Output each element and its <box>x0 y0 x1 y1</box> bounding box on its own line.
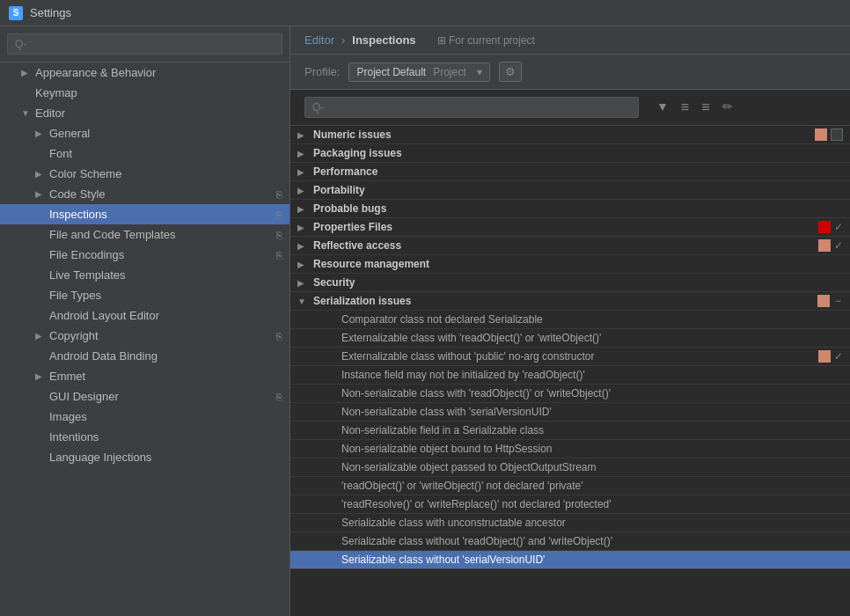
breadcrumb-project-label[interactable]: ⊞ For current project <box>437 34 535 47</box>
category-row-resource-management[interactable]: ▶Resource management <box>290 255 850 274</box>
sidebar-item-file-code-templates[interactable]: File and Code Templates⎘ <box>0 224 289 245</box>
arrow-icon-copyright: ▶ <box>35 331 49 341</box>
child-row-serializable-without-uid[interactable]: Serializable class without 'serialVersio… <box>290 551 850 569</box>
category-arrow-resource-management: ▶ <box>297 260 313 269</box>
sidebar-item-color-scheme[interactable]: ▶Color Scheme <box>0 164 289 184</box>
category-label-packaging-issues: Packaging issues <box>313 147 836 159</box>
window-title: Settings <box>30 6 71 19</box>
sidebar-label-font: Font <box>49 147 282 160</box>
category-label-performance: Performance <box>313 165 836 178</box>
category-row-packaging-issues[interactable]: ▶Packaging issues <box>290 144 850 163</box>
sidebar-label-file-types: File Types <box>49 289 282 302</box>
sidebar-item-appearance[interactable]: ▶Appearance & Behavior <box>0 62 289 83</box>
minus-badge: − <box>833 295 843 307</box>
sidebar-label-language-injections: Language Injections <box>49 451 282 464</box>
profile-label: Profile: <box>304 65 340 78</box>
child-label-non-serializable-uid: Non-serializable class with 'serialVersi… <box>341 406 836 418</box>
category-arrow-packaging-issues: ▶ <box>297 149 313 158</box>
child-label-non-serializable-readobj: Non-serializable class with 'readObject(… <box>341 387 836 400</box>
category-label-resource-management: Resource management <box>313 258 836 270</box>
sidebar-item-live-templates[interactable]: Live Templates <box>0 265 289 285</box>
sidebar-label-live-templates: Live Templates <box>49 268 282 282</box>
sidebar-item-keymap[interactable]: Keymap <box>0 83 289 103</box>
toolbar-icons: ▼ ≡ ≡ ✏ <box>653 98 736 117</box>
sidebar-label-gui-designer: GUI Designer <box>49 390 276 403</box>
sidebar-item-editor[interactable]: ▼Editor <box>0 103 289 123</box>
sidebar-item-code-style[interactable]: ▶Code Style⎘ <box>0 184 289 204</box>
child-row-serializable-without-readwrite[interactable]: Serializable class without 'readObject()… <box>290 532 850 551</box>
child-row-non-serializable-readobj[interactable]: Non-serializable class with 'readObject(… <box>290 385 850 403</box>
sidebar-item-android-layout[interactable]: Android Layout Editor <box>0 305 289 326</box>
category-row-serialization-issues[interactable]: ▼Serialization issues− <box>290 292 850 311</box>
collapse-all-icon[interactable]: ≡ <box>698 98 713 117</box>
category-row-numeric-issues[interactable]: ▶Numeric issues <box>290 126 850 144</box>
check-badge: ✓ <box>834 221 843 233</box>
sidebar-item-android-data[interactable]: Android Data Binding <box>0 346 289 366</box>
sidebar-item-inspections[interactable]: Inspections⎘ <box>0 204 289 224</box>
category-arrow-properties-files: ▶ <box>297 223 313 232</box>
sidebar-item-intentions[interactable]: Intentions <box>0 427 289 447</box>
sidebar-search-input[interactable] <box>7 33 282 55</box>
inspections-toolbar: ▼ ≡ ≡ ✏ <box>290 90 850 126</box>
sidebar-label-file-code-templates: File and Code Templates <box>49 228 276 241</box>
breadcrumb-separator: › <box>341 33 345 47</box>
sidebar-item-images[interactable]: Images <box>0 407 289 427</box>
copy-icon-file-encodings: ⎘ <box>276 250 282 260</box>
sidebar-label-color-scheme: Color Scheme <box>49 167 282 180</box>
sidebar-label-appearance: Appearance & Behavior <box>35 66 282 79</box>
sidebar-item-font[interactable]: Font <box>0 143 289 164</box>
sidebar-item-emmet[interactable]: ▶Emmet <box>0 366 289 386</box>
category-badges-reflective-access: ✓ <box>818 239 843 252</box>
title-bar: S Settings <box>0 0 850 26</box>
child-row-instance-field[interactable]: Instance field may not be initialized by… <box>290 366 850 385</box>
child-row-readresolve-protected[interactable]: 'readResolve()' or 'writeReplace()' not … <box>290 495 850 514</box>
sidebar-label-file-encodings: File Encodings <box>49 248 276 261</box>
sidebar-item-file-encodings[interactable]: File Encodings⎘ <box>0 245 289 265</box>
category-label-numeric-issues: Numeric issues <box>313 128 808 141</box>
category-row-portability[interactable]: ▶Portability <box>290 181 850 200</box>
child-row-non-serializable-field[interactable]: Non-serializable field in a Serializable… <box>290 422 850 440</box>
child-row-readobj-private[interactable]: 'readObject()' or 'writeObject()' not de… <box>290 477 850 495</box>
child-label-readobj-private: 'readObject()' or 'writeObject()' not de… <box>341 480 836 492</box>
child-row-non-serializable-uid[interactable]: Non-serializable class with 'serialVersi… <box>290 403 850 422</box>
child-label-serializable-unconstructable: Serializable class with unconstructable … <box>341 517 836 529</box>
filter-icon[interactable]: ▼ <box>653 98 672 117</box>
sidebar-item-general[interactable]: ▶General <box>0 123 289 143</box>
child-label-non-serializable-bound: Non-serializable object bound to HttpSes… <box>341 443 836 455</box>
child-row-non-serializable-passed[interactable]: Non-serializable object passed to Object… <box>290 458 850 477</box>
profile-gear-button[interactable]: ⚙ <box>499 62 522 82</box>
category-row-properties-files[interactable]: ▶Properties Files✓ <box>290 218 850 237</box>
arrow-icon-emmet: ▶ <box>35 371 49 381</box>
category-row-security[interactable]: ▶Security <box>290 274 850 292</box>
profile-select[interactable]: Project Default Project ▾ <box>348 62 489 82</box>
child-label-readresolve-protected: 'readResolve()' or 'writeReplace()' not … <box>341 498 836 510</box>
category-row-probable-bugs[interactable]: ▶Probable bugs <box>290 200 850 218</box>
child-row-comparator[interactable]: Comparator class not declared Serializab… <box>290 311 850 329</box>
category-row-reflective-access[interactable]: ▶Reflective access✓ <box>290 237 850 255</box>
category-arrow-security: ▶ <box>297 278 313 288</box>
arrow-icon-color-scheme: ▶ <box>35 169 49 179</box>
sidebar-item-gui-designer[interactable]: GUI Designer⎘ <box>0 386 289 407</box>
child-label-non-serializable-field: Non-serializable field in a Serializable… <box>341 424 836 436</box>
category-arrow-serialization-issues: ▼ <box>297 297 313 306</box>
orange-badge <box>818 239 831 252</box>
category-label-portability: Portability <box>313 184 836 196</box>
category-badges-properties-files: ✓ <box>818 221 843 233</box>
sidebar-search-container <box>0 26 289 62</box>
category-arrow-numeric-issues: ▶ <box>297 130 313 140</box>
inspections-search-input[interactable] <box>304 97 639 118</box>
category-row-performance[interactable]: ▶Performance <box>290 163 850 181</box>
sidebar-label-android-layout: Android Layout Editor <box>49 309 282 322</box>
child-row-externalizable-noarg[interactable]: Externalizable class without 'public' no… <box>290 348 850 366</box>
child-row-externalizable-readobj[interactable]: Externalizable class with 'readObject()'… <box>290 329 850 348</box>
child-row-non-serializable-bound[interactable]: Non-serializable object bound to HttpSes… <box>290 440 850 458</box>
sidebar-item-file-types[interactable]: File Types <box>0 285 289 305</box>
child-label-serializable-without-uid: Serializable class without 'serialVersio… <box>341 554 836 566</box>
sidebar-label-intentions: Intentions <box>49 430 282 444</box>
main-container: ▶Appearance & BehaviorKeymap▼Editor▶Gene… <box>0 26 850 616</box>
sidebar-item-language-injections[interactable]: Language Injections <box>0 447 289 467</box>
clear-icon[interactable]: ✏ <box>719 98 736 117</box>
child-row-serializable-unconstructable[interactable]: Serializable class with unconstructable … <box>290 514 850 532</box>
expand-all-icon[interactable]: ≡ <box>678 98 692 117</box>
sidebar-item-copyright[interactable]: ▶Copyright⎘ <box>0 326 289 346</box>
